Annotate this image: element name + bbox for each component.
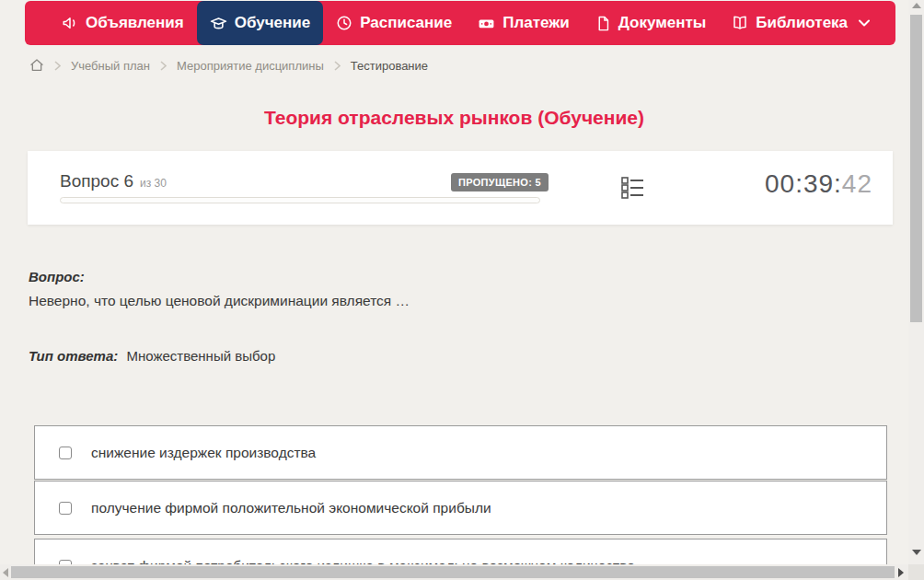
scroll-down-arrow-icon[interactable]: [912, 550, 921, 555]
answer-type-value: Множественный выбор: [126, 348, 275, 364]
question-total: из 30: [140, 177, 167, 190]
question-progress-bar: [60, 197, 540, 203]
page-title: Теория отраслевых рынков (Обучение): [0, 107, 908, 129]
cash-icon: [478, 15, 495, 32]
question-number: Вопрос 6: [60, 171, 133, 191]
document-icon: [595, 16, 611, 31]
breadcrumb-separator-icon: [54, 61, 61, 71]
timer: 00:39:42: [765, 169, 872, 199]
nav-item-announcements[interactable]: Объявления: [49, 1, 197, 45]
chevron-down-icon: [859, 19, 870, 27]
breadcrumb-study-plan[interactable]: Учебный план: [71, 59, 150, 73]
nav-label: Обучение: [235, 14, 310, 32]
scrollbar-corner: [908, 564, 924, 580]
graduation-cap-icon: [210, 15, 227, 32]
timer-hours-minutes: 00:39:: [765, 169, 842, 198]
breadcrumb-discipline-event[interactable]: Мероприятие дисциплины: [177, 59, 324, 73]
nav-item-documents[interactable]: Документы: [583, 1, 720, 45]
nav-item-schedule[interactable]: Расписание: [323, 1, 465, 45]
timer-seconds: 42: [842, 169, 872, 198]
nav-item-library[interactable]: Библиотека: [719, 1, 883, 45]
question-heading: Вопрос:: [29, 269, 85, 284]
megaphone-icon: [62, 15, 78, 31]
answer-option[interactable]: снижение издержек производства: [34, 425, 887, 480]
checkbox[interactable]: [59, 447, 72, 459]
breadcrumb-separator-icon: [334, 61, 341, 71]
clock-icon: [336, 15, 352, 31]
nav-label: Платежи: [502, 14, 570, 32]
answer-option[interactable]: получение фирмой положительной экономиче…: [34, 481, 887, 535]
answer-type-label: Тип ответа:: [29, 348, 118, 364]
option-label: получение фирмой положительной экономиче…: [91, 500, 491, 516]
nav-item-payments[interactable]: Платежи: [465, 1, 583, 45]
horizontal-scrollbar[interactable]: [0, 564, 924, 580]
breadcrumb-testing: Тестирование: [351, 59, 428, 73]
nav-label: Объявления: [86, 14, 184, 32]
nav-label: Библиотека: [756, 14, 848, 32]
scroll-left-arrow-icon[interactable]: [3, 568, 8, 577]
main-navbar: Объявления Обучение Расписание: [25, 1, 895, 45]
scroll-right-arrow-icon[interactable]: [898, 568, 904, 577]
question-counter: Вопрос 6 из 30: [60, 171, 167, 191]
vertical-scrollbar-thumb[interactable]: [910, 15, 922, 322]
book-icon: [732, 15, 748, 31]
nav-label: Расписание: [360, 14, 452, 32]
nav-label: Документы: [618, 14, 707, 32]
vertical-scrollbar[interactable]: [908, 0, 924, 564]
nav-item-learning[interactable]: Обучение: [197, 1, 323, 45]
checkbox[interactable]: [59, 502, 72, 515]
breadcrumb: Учебный план Мероприятие дисциплины Тест…: [29, 58, 428, 73]
horizontal-scrollbar-thumb[interactable]: [11, 566, 895, 578]
question-text: Неверно, что целью ценовой дискриминации…: [29, 293, 410, 309]
option-label: снижение издержек производства: [91, 445, 316, 461]
breadcrumb-separator-icon: [160, 61, 167, 71]
question-header-card: Вопрос 6 из 30 ПРОПУЩЕНО: 5 00:39:42: [28, 151, 893, 225]
skipped-badge: ПРОПУЩЕНО: 5: [451, 173, 549, 191]
answer-type-row: Тип ответа: Множественный выбор: [29, 348, 275, 364]
scroll-up-arrow-icon[interactable]: [912, 3, 921, 8]
question-list-icon[interactable]: [620, 175, 645, 203]
home-icon[interactable]: [29, 58, 44, 73]
